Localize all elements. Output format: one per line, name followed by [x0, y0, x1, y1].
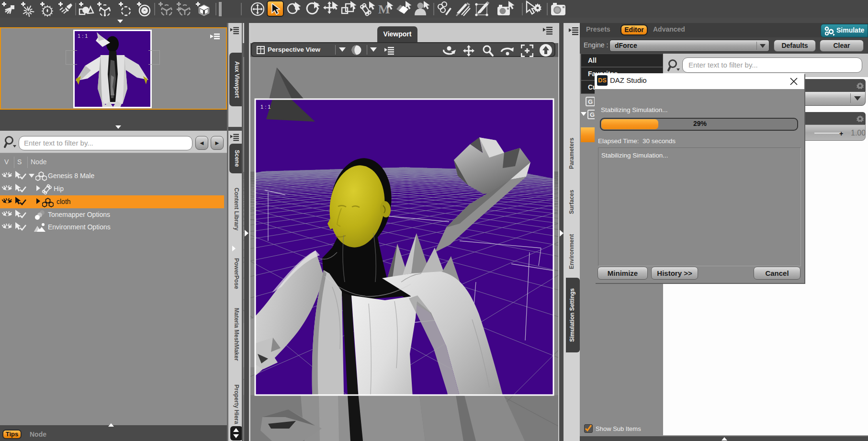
- svg-text:1 : 1: 1 : 1: [260, 104, 271, 110]
